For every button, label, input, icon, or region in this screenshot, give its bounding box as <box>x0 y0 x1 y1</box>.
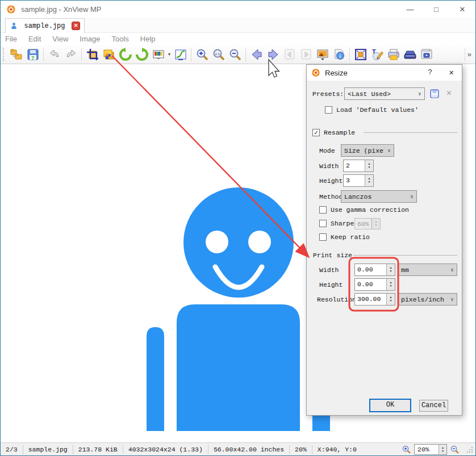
tab-sample-jpg[interactable]: sample.jpg ✕ <box>5 18 85 33</box>
resolution-spinner[interactable]: 300.00 ▲▼ <box>354 293 395 306</box>
cancel-button[interactable]: Cancel <box>419 400 448 412</box>
person-icon <box>10 22 18 30</box>
toolbar-overflow-icon[interactable]: » <box>467 50 471 58</box>
browse-icon[interactable] <box>8 47 24 62</box>
spinner-arrows-icon[interactable]: ▲▼ <box>365 160 373 171</box>
zoom-out-icon[interactable] <box>227 47 243 62</box>
print-width-unit-dropdown[interactable]: mm ∨ <box>398 263 457 276</box>
resolution-value: 300.00 <box>355 294 386 305</box>
spinner-arrows-icon[interactable]: ▲▼ <box>386 264 395 275</box>
last-image-icon[interactable] <box>298 47 314 62</box>
crop-icon[interactable] <box>84 47 101 62</box>
curves-icon[interactable] <box>172 47 189 62</box>
text-drawing-icon[interactable]: T <box>369 47 385 62</box>
group-divider <box>364 132 457 133</box>
close-button[interactable]: ✕ <box>449 1 475 18</box>
width-label: Width <box>319 162 339 170</box>
resize-dialog-title: Resize <box>325 69 348 77</box>
mode-dropdown[interactable]: Size (pixels) ∨ <box>341 144 394 157</box>
print-height-spinner[interactable]: 0.00 ▲▼ <box>354 278 395 291</box>
print-icon[interactable] <box>385 47 402 62</box>
zoom-out-icon[interactable] <box>450 445 460 454</box>
print-height-value: 0.00 <box>355 279 386 290</box>
toolbar-separator <box>43 48 44 61</box>
resolution-unit-dropdown[interactable]: pixels/inch ∨ <box>398 293 457 306</box>
adjust-colors-icon[interactable] <box>150 47 166 62</box>
load-defaults-checkbox[interactable] <box>325 106 332 114</box>
toolbar: ? ▾ <box>1 45 475 64</box>
zoom-in-icon[interactable] <box>402 445 411 454</box>
next-image-icon[interactable] <box>265 47 281 62</box>
method-dropdown[interactable]: Lanczos ∨ <box>341 190 417 203</box>
titlebar: sample.jpg - XnView MP — □ ✕ <box>1 1 475 18</box>
zoom-actual-icon[interactable]: 1:1 <box>210 47 227 62</box>
zoom-in-icon[interactable] <box>194 47 210 62</box>
height-spinner[interactable]: 3 ▲▼ <box>343 174 374 187</box>
svg-text:1:1: 1:1 <box>215 52 220 55</box>
sharpen-value: 60% <box>355 219 371 229</box>
zoom-spinner[interactable]: 20% ▲▼ <box>414 444 447 455</box>
previous-image-icon[interactable] <box>248 47 265 62</box>
undo-icon[interactable] <box>46 47 62 62</box>
print-width-label: Width <box>319 266 339 274</box>
chevron-down-icon: ∨ <box>415 91 424 97</box>
status-zoom-level: 20% <box>290 445 312 454</box>
rotate-right-icon[interactable] <box>133 47 150 62</box>
dialog-close-button[interactable]: ✕ <box>449 68 454 77</box>
resample-checkbox[interactable]: ✓ <box>312 129 320 136</box>
spinner-arrows-icon[interactable]: ▲▼ <box>386 294 395 305</box>
menu-view[interactable]: View <box>52 35 74 43</box>
ok-button[interactable]: OK <box>369 399 411 412</box>
svg-text:?: ? <box>31 55 35 61</box>
menu-file[interactable]: File <box>5 35 23 43</box>
status-bar: 2/3 sample.jpg 213.78 KiB 4032x3024x24 (… <box>1 442 475 456</box>
scanner-icon[interactable] <box>402 47 418 62</box>
rotate-left-icon[interactable] <box>117 47 133 62</box>
save-icon[interactable]: ? <box>24 47 41 62</box>
menu-image[interactable]: Image <box>80 35 106 43</box>
menu-edit[interactable]: Edit <box>28 35 47 43</box>
chevron-down-icon: ∨ <box>385 148 394 154</box>
delete-preset-icon[interactable]: ✕ <box>446 87 452 98</box>
resize-icon[interactable] <box>101 47 117 62</box>
keep-ratio-checkbox[interactable] <box>319 233 327 241</box>
fullscreen-icon[interactable] <box>352 47 369 62</box>
width-spinner[interactable]: 2 ▲▼ <box>343 160 374 172</box>
load-defaults-label: Load 'Default values' <box>336 106 419 114</box>
dialog-help-button[interactable]: ? <box>428 68 432 77</box>
screen-capture-icon[interactable] <box>418 47 435 62</box>
first-image-icon[interactable] <box>281 47 298 62</box>
menu-help[interactable]: Help <box>140 35 162 43</box>
save-preset-icon[interactable] <box>429 89 440 99</box>
status-filename: sample.jpg <box>23 445 73 454</box>
menu-tools[interactable]: Tools <box>111 35 135 43</box>
maximize-button[interactable]: □ <box>423 1 449 18</box>
presets-label: Presets: <box>312 90 344 98</box>
spinner-arrows-icon[interactable]: ▲▼ <box>386 279 395 290</box>
sharpen-checkbox[interactable] <box>319 220 327 227</box>
print-size-group-label: Print size <box>313 252 352 259</box>
minimize-button[interactable]: — <box>397 1 423 18</box>
tab-bar: sample.jpg ✕ <box>1 18 475 33</box>
spinner-arrows-icon[interactable]: ▲▼ <box>365 175 373 186</box>
toolbar-separator <box>245 48 246 61</box>
spinner-arrows-icon: ▲▼ <box>371 219 380 229</box>
info-icon[interactable]: i <box>331 47 347 62</box>
app-window: sample.jpg - XnView MP — □ ✕ sample.jpg … <box>0 0 476 456</box>
adjust-colors-dropdown-icon[interactable]: ▾ <box>166 47 172 62</box>
resize-grip[interactable] <box>466 446 474 454</box>
toolbar-separator <box>81 48 82 61</box>
redo-icon[interactable] <box>62 47 79 62</box>
width-value: 2 <box>344 160 365 171</box>
tab-close-icon[interactable]: ✕ <box>72 22 80 30</box>
menu-bar: File Edit View Image Tools Help <box>1 33 475 45</box>
slideshow-icon[interactable] <box>314 47 331 62</box>
tab-label: sample.jpg <box>18 22 72 30</box>
spinner-arrows-icon[interactable]: ▲▼ <box>439 445 446 454</box>
print-width-spinner[interactable]: 0.00 ▲▼ <box>354 263 395 276</box>
presets-dropdown[interactable]: <Last Used> ∨ <box>344 87 425 100</box>
gamma-checkbox[interactable] <box>319 206 327 214</box>
height-label: Height <box>319 177 343 185</box>
toolbar-grip[interactable] <box>3 48 5 61</box>
toolbar-separator <box>465 48 465 61</box>
